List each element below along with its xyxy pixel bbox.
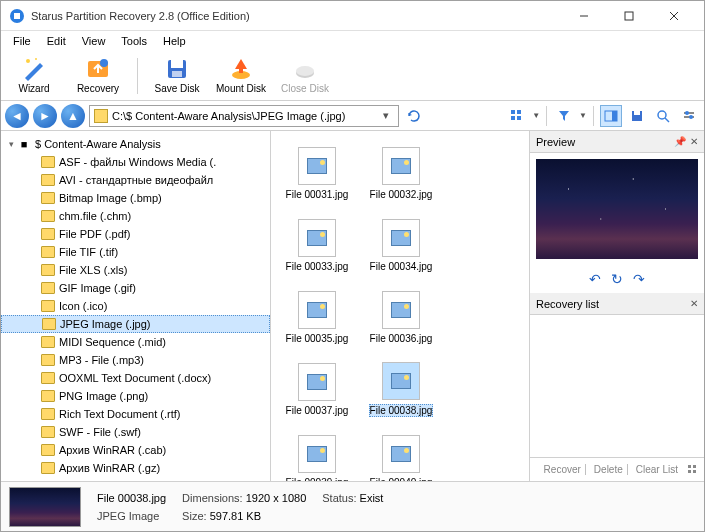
folder-icon — [41, 444, 55, 456]
file-thumb[interactable]: File 00031.jpg — [275, 139, 359, 207]
file-thumb[interactable]: File 00033.jpg — [275, 211, 359, 279]
preview-toggle[interactable] — [600, 105, 622, 127]
file-thumb[interactable]: File 00037.jpg — [275, 355, 359, 423]
clear-list-button[interactable]: Clear List — [632, 464, 682, 475]
image-file-icon — [382, 291, 420, 329]
tree-item[interactable]: chm.file (.chm) — [1, 207, 270, 225]
image-file-icon — [298, 219, 336, 257]
svg-point-25 — [658, 111, 666, 119]
menu-help[interactable]: Help — [155, 33, 194, 49]
tree-item[interactable]: Архив WinRAR (.gz) — [1, 459, 270, 477]
tree-item[interactable]: Bitmap Image (.bmp) — [1, 189, 270, 207]
folder-icon — [41, 246, 55, 258]
folder-icon — [41, 300, 55, 312]
close-button[interactable] — [651, 2, 696, 30]
back-button[interactable]: ◄ — [5, 104, 29, 128]
up-button[interactable]: ▲ — [61, 104, 85, 128]
tree-item[interactable]: Rich Text Document (.rtf) — [1, 405, 270, 423]
folder-icon — [42, 318, 56, 330]
file-thumb[interactable]: File 00040.jpg — [359, 427, 443, 481]
folder-icon — [41, 192, 55, 204]
file-thumb[interactable]: File 00032.jpg — [359, 139, 443, 207]
svg-point-9 — [100, 59, 108, 67]
titlebar: Starus Partition Recovery 2.8 (Office Ed… — [1, 1, 704, 31]
menu-view[interactable]: View — [74, 33, 114, 49]
address-bar[interactable]: C:\$ Content-Aware Analysis\JPEG Image (… — [89, 105, 399, 127]
status-thumbnail — [9, 487, 81, 527]
refresh-button[interactable] — [403, 105, 425, 127]
preview-pin-icon[interactable]: 📌 — [674, 136, 686, 147]
maximize-button[interactable] — [606, 2, 651, 30]
tree-item[interactable]: Архив WinRAR (.cab) — [1, 441, 270, 459]
save-disk-button[interactable]: Save Disk — [148, 53, 206, 99]
folder-icon — [41, 228, 55, 240]
folder-icon — [41, 156, 55, 168]
rotate-180-icon[interactable]: ↻ — [611, 271, 623, 287]
image-file-icon — [382, 219, 420, 257]
image-file-icon — [298, 363, 336, 401]
tree-item[interactable]: OOXML Text Document (.docx) — [1, 369, 270, 387]
svg-point-29 — [685, 111, 689, 115]
view-mode-button[interactable] — [506, 105, 528, 127]
svg-rect-24 — [634, 111, 640, 115]
tree-item[interactable]: AVI - стандартные видеофайл — [1, 171, 270, 189]
file-thumb[interactable]: File 00038.jpg — [359, 355, 443, 423]
svg-point-16 — [296, 66, 314, 76]
svg-rect-14 — [239, 67, 243, 73]
folder-icon — [41, 390, 55, 402]
file-thumb[interactable]: File 00036.jpg — [359, 283, 443, 351]
address-dropdown[interactable]: ▾ — [378, 109, 394, 122]
rotate-left-icon[interactable]: ↶ — [589, 271, 601, 287]
tree-item[interactable]: File TIF (.tif) — [1, 243, 270, 261]
folder-icon — [41, 426, 55, 438]
image-file-icon — [382, 362, 420, 400]
delete-button[interactable]: Delete — [590, 464, 628, 475]
search-button[interactable] — [652, 105, 674, 127]
tree-item[interactable]: SWF - File (.swf) — [1, 423, 270, 441]
tree-panel[interactable]: ▾■$ Content-Aware AnalysisASF - файлы Wi… — [1, 131, 271, 481]
tree-item[interactable]: ASF - файлы Windows Media (. — [1, 153, 270, 171]
tree-item[interactable]: MP3 - File (.mp3) — [1, 351, 270, 369]
forward-button[interactable]: ► — [33, 104, 57, 128]
filter-button[interactable] — [553, 105, 575, 127]
file-thumb[interactable]: File 00035.jpg — [275, 283, 359, 351]
folder-icon — [41, 408, 55, 420]
save-btn[interactable] — [626, 105, 648, 127]
toolbar: Wizard Recovery Save Disk Mount Disk Clo… — [1, 51, 704, 101]
tree-item[interactable]: MIDI Sequence (.mid) — [1, 333, 270, 351]
tree-item[interactable]: File XLS (.xls) — [1, 261, 270, 279]
folder-icon — [41, 174, 55, 186]
recovery-list[interactable] — [530, 315, 704, 457]
tree-item[interactable]: GIF Image (.gif) — [1, 279, 270, 297]
image-file-icon — [298, 147, 336, 185]
svg-point-6 — [26, 59, 30, 63]
tree-item[interactable]: PNG Image (.png) — [1, 387, 270, 405]
rotate-right-icon[interactable]: ↷ — [633, 271, 645, 287]
svg-rect-32 — [693, 465, 696, 468]
recovery-button[interactable]: Recovery — [69, 53, 127, 99]
tree-item[interactable]: File PDF (.pdf) — [1, 225, 270, 243]
tree-item[interactable]: JPEG Image (.jpg) — [1, 315, 270, 333]
folder-icon — [41, 372, 55, 384]
file-thumb[interactable]: File 00039.jpg — [275, 427, 359, 481]
list-options-icon[interactable] — [686, 463, 700, 477]
status-filename: File 00038.jpg — [97, 492, 166, 504]
menu-file[interactable]: File — [5, 33, 39, 49]
tree-item[interactable]: Icon (.ico) — [1, 297, 270, 315]
minimize-button[interactable] — [561, 2, 606, 30]
recover-button[interactable]: Recover — [540, 464, 586, 475]
mount-disk-button[interactable]: Mount Disk — [212, 53, 270, 99]
menu-edit[interactable]: Edit — [39, 33, 74, 49]
folder-icon — [41, 336, 55, 348]
window-title: Starus Partition Recovery 2.8 (Office Ed… — [31, 10, 561, 22]
tree-root[interactable]: ▾■$ Content-Aware Analysis — [1, 135, 270, 153]
file-grid[interactable]: File 00031.jpgFile 00032.jpgFile 00033.j… — [271, 131, 529, 481]
options-button[interactable] — [678, 105, 700, 127]
menu-tools[interactable]: Tools — [113, 33, 155, 49]
recovlist-close-icon[interactable]: ✕ — [690, 298, 698, 309]
side-panel: Preview 📌✕ ↶ ↻ ↷ Recovery list ✕ Recover… — [529, 131, 704, 481]
file-thumb[interactable]: File 00034.jpg — [359, 211, 443, 279]
wizard-button[interactable]: Wizard — [5, 53, 63, 99]
preview-close-icon[interactable]: ✕ — [690, 136, 698, 147]
status-filetype: JPEG Image — [97, 510, 166, 522]
